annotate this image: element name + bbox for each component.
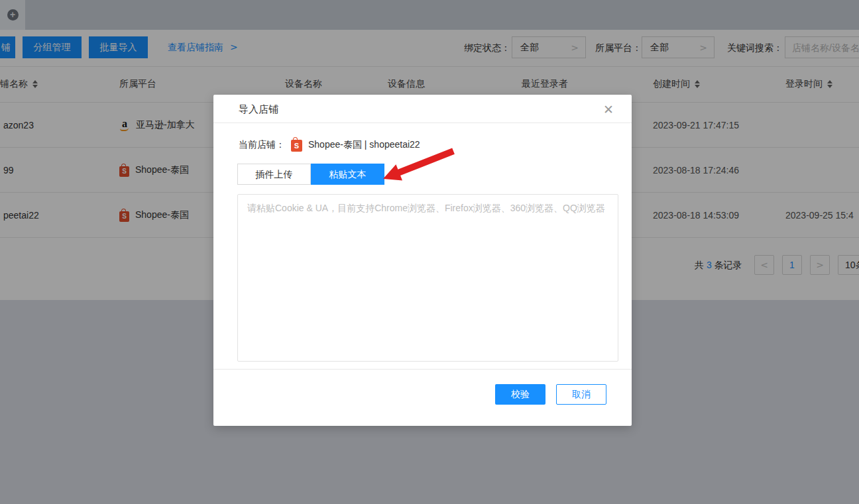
verify-button[interactable]: 校验 <box>495 384 545 405</box>
import-store-modal: 导入店铺 ✕ 当前店铺： S Shopee-泰国 | shopeetai22 插… <box>213 95 632 426</box>
cancel-button[interactable]: 取消 <box>556 384 606 405</box>
modal-footer-divider <box>213 369 632 370</box>
modal-header: 导入店铺 ✕ <box>213 95 632 123</box>
red-arrow-annotation <box>369 147 458 187</box>
shopee-icon: S <box>291 140 302 152</box>
cookie-paste-textarea[interactable] <box>237 194 618 362</box>
current-store-label: 当前店铺： <box>239 139 285 151</box>
tab-plugin-upload[interactable]: 插件上传 <box>237 164 311 185</box>
close-icon[interactable]: ✕ <box>600 101 617 118</box>
modal-title: 导入店铺 <box>239 95 278 123</box>
import-method-tabs: 插件上传 粘贴文本 <box>237 164 384 185</box>
